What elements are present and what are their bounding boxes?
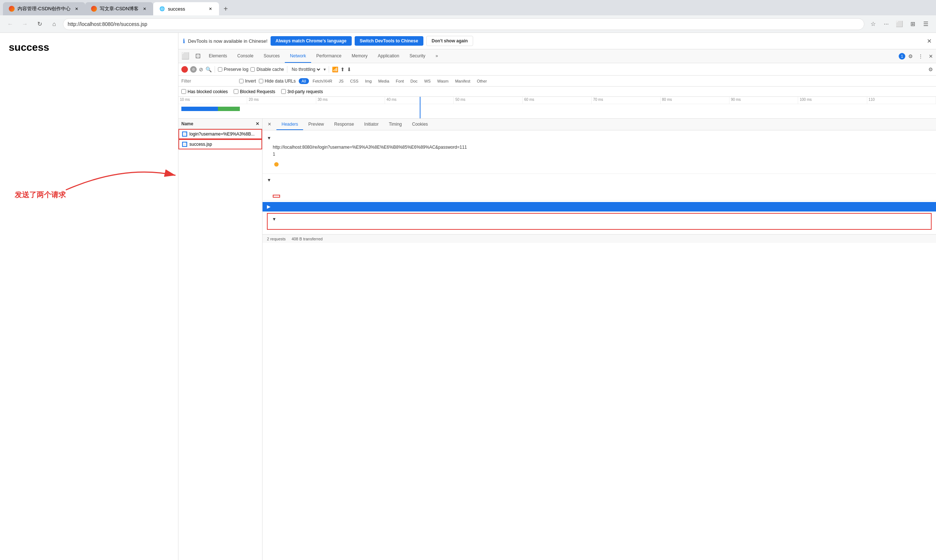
requests-count: 2 requests xyxy=(267,237,285,241)
tab-csdn-content[interactable]: 内容管理-CSDN创作中心 ✕ xyxy=(3,2,85,15)
switch-chinese-button[interactable]: Switch DevTools to Chinese xyxy=(355,36,423,46)
tab-csdn-blog[interactable]: 写文章-CSDN博客 ✕ xyxy=(85,2,153,15)
detail-tab-cookies[interactable]: Cookies xyxy=(407,119,433,130)
tab-elements-text[interactable]: Elements xyxy=(204,49,232,63)
hide-data-urls-checkbox[interactable]: Hide data URLs xyxy=(259,78,296,84)
tab-close-3[interactable]: ✕ xyxy=(207,6,213,12)
response-headers-title[interactable]: ▼ xyxy=(262,175,936,185)
filter-js[interactable]: JS xyxy=(336,78,347,84)
filter-manifest[interactable]: Manifest xyxy=(452,78,473,84)
request-item-login[interactable]: 📄 login?username=%E9%A3%8B... xyxy=(179,129,262,139)
checkbox-bar: Has blocked cookies Blocked Requests 3rd… xyxy=(179,86,936,97)
tick-70ms: 70 ms xyxy=(592,97,660,104)
filter-ws[interactable]: WS xyxy=(421,78,433,84)
tab-sources[interactable]: Sources xyxy=(259,49,285,63)
devtools-settings[interactable]: ⚙ xyxy=(905,51,916,62)
throttle-dropdown[interactable]: ▾ xyxy=(324,67,326,72)
filter-font[interactable]: Font xyxy=(393,78,407,84)
reload-button[interactable]: ↻ xyxy=(34,18,45,30)
notification-close[interactable]: ✕ xyxy=(927,38,931,45)
tab-cursor[interactable]: ⊡ xyxy=(192,49,204,63)
preserve-log-checkbox[interactable]: Preserve log xyxy=(218,67,248,72)
detail-tab-close[interactable]: ✕ xyxy=(262,119,276,130)
invert-checkbox[interactable]: Invert xyxy=(239,78,256,84)
upload-icon[interactable]: ⬆ xyxy=(341,66,345,72)
nav-bar: ← → ↻ ⌂ http://localhost:8080/re/success… xyxy=(0,15,936,33)
tab-memory[interactable]: Memory xyxy=(347,49,373,63)
tab-close-2[interactable]: ✕ xyxy=(142,6,147,12)
timeline-bars xyxy=(181,105,933,116)
headers-content: ▼ http://localhost:8080/re/login?usernam… xyxy=(262,131,936,234)
close-col-icon[interactable]: ✕ xyxy=(256,121,259,126)
filter-icon[interactable]: ⊘ xyxy=(199,66,203,72)
detail-tab-response[interactable]: Response xyxy=(329,119,359,130)
devtools-more-menu[interactable]: ⋮ xyxy=(916,51,926,62)
devtools-toolbar: ⬜ ⊡ Elements Console Sources Network Per… xyxy=(179,49,936,63)
home-button[interactable]: ⌂ xyxy=(48,18,60,30)
general-section-title[interactable]: ▼ xyxy=(262,133,936,143)
query-string-title[interactable]: ▼ xyxy=(268,215,931,223)
profiles-button[interactable]: ☰ xyxy=(920,18,931,30)
tab-security[interactable]: Security xyxy=(404,49,430,63)
notification-text: DevTools is now available in Chinese! xyxy=(188,38,268,44)
filter-fetch-xhr[interactable]: Fetch/XHR xyxy=(310,78,335,84)
extensions-button[interactable]: ⬜ xyxy=(894,18,905,30)
filter-media[interactable]: Media xyxy=(376,78,392,84)
requests-list: Name ✕ 📄 login?username=%E9%A3%8B... 📄 s… xyxy=(179,119,262,560)
forward-button[interactable]: → xyxy=(19,18,31,30)
tab-elements[interactable]: ⬜ xyxy=(179,49,192,63)
tick-90ms: 90 ms xyxy=(729,97,798,104)
bookmark-button[interactable]: ☆ xyxy=(867,18,879,30)
third-party-label[interactable]: 3rd-party requests xyxy=(281,89,323,94)
wifi-icon[interactable]: 📶 xyxy=(332,66,338,72)
search-icon[interactable]: 🔍 xyxy=(205,66,212,72)
tab-close-1[interactable]: ✕ xyxy=(74,6,79,12)
detail-tab-preview[interactable]: Preview xyxy=(303,119,329,130)
clear-button[interactable]: ⊘ xyxy=(190,66,197,73)
filter-bar: Invert Hide data URLs All Fetch/XHR JS C… xyxy=(179,75,936,86)
filter-other[interactable]: Other xyxy=(474,78,490,84)
back-button[interactable]: ← xyxy=(5,18,16,30)
tab-success[interactable]: 🌐 success ✕ xyxy=(153,2,219,15)
detail-tab-timing[interactable]: Timing xyxy=(384,119,407,130)
blocked-requests-label[interactable]: Blocked Requests xyxy=(234,89,275,94)
more-button[interactable]: ··· xyxy=(880,18,892,30)
detail-tabs: ✕ Headers Preview Response Initiator Tim… xyxy=(262,119,936,131)
filter-css[interactable]: CSS xyxy=(347,78,362,84)
new-tab-button[interactable]: + xyxy=(219,2,232,15)
blocked-cookies-label[interactable]: Has blocked cookies xyxy=(181,89,228,94)
record-button[interactable] xyxy=(181,66,188,73)
grid-button[interactable]: ⊞ xyxy=(907,18,919,30)
settings-icon[interactable]: ⚙ xyxy=(928,66,933,72)
detail-tab-headers[interactable]: Headers xyxy=(276,119,303,130)
tab-title-3: success xyxy=(168,6,204,12)
disable-cache-checkbox[interactable]: Disable cache xyxy=(250,67,284,72)
separator-2 xyxy=(287,66,287,73)
filter-all[interactable]: All xyxy=(299,78,309,84)
address-bar[interactable]: http://localhost:8080/re/success.jsp xyxy=(63,18,864,30)
tab-application[interactable]: Application xyxy=(373,49,404,63)
nav-actions: ☆ ··· ⬜ ⊞ ☰ xyxy=(867,18,931,30)
devtools-close[interactable]: ✕ xyxy=(926,51,936,62)
filter-wasm[interactable]: Wasm xyxy=(434,78,452,84)
tab-console[interactable]: Console xyxy=(232,49,259,63)
dont-show-again-button[interactable]: Don't show again xyxy=(426,36,473,46)
download-icon[interactable]: ⬇ xyxy=(347,66,352,72)
filter-input[interactable] xyxy=(181,78,236,84)
tab-performance[interactable]: Performance xyxy=(311,49,347,63)
detail-tab-initiator[interactable]: Initiator xyxy=(359,119,384,130)
throttle-select[interactable]: No throttling xyxy=(290,66,321,72)
tab-more[interactable]: » xyxy=(430,49,443,63)
network-panel: Name ✕ 📄 login?username=%E9%A3%8B... 📄 s… xyxy=(179,119,936,560)
request-item-success[interactable]: 📄 success.jsp xyxy=(179,139,262,149)
address-text: http://localhost:8080/re/success.jsp xyxy=(68,21,147,27)
filter-img[interactable]: Img xyxy=(362,78,375,84)
tab-network[interactable]: Network xyxy=(285,49,311,63)
tick-50ms: 50 ms xyxy=(454,97,523,104)
query-string-section: ▼ xyxy=(267,213,931,230)
request-headers-title[interactable]: ▶ xyxy=(262,202,936,211)
detail-panel: ✕ Headers Preview Response Initiator Tim… xyxy=(262,119,936,560)
filter-doc[interactable]: Doc xyxy=(408,78,421,84)
match-language-button[interactable]: Always match Chrome's language xyxy=(271,36,352,46)
browser-chrome: 内容管理-CSDN创作中心 ✕ 写文章-CSDN博客 ✕ 🌐 success ✕… xyxy=(0,0,936,33)
